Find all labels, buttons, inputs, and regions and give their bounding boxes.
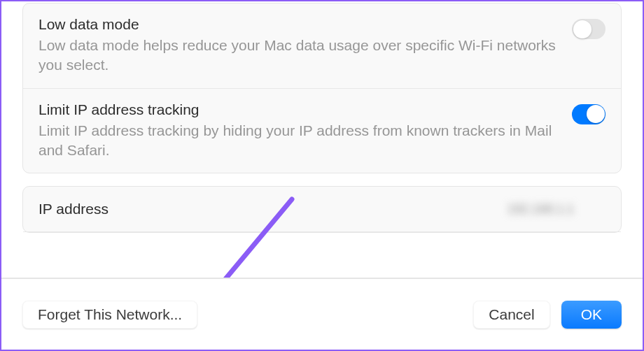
low-data-mode-row: Low data mode Low data mode helps reduce… xyxy=(23,3,621,88)
limit-ip-tracking-toggle[interactable] xyxy=(572,104,606,124)
low-data-mode-description: Low data mode helps reduce your Mac data… xyxy=(38,36,558,76)
limit-ip-tracking-row: Limit IP address tracking Limit IP addre… xyxy=(23,88,621,173)
row-text: Limit IP address tracking Limit IP addre… xyxy=(38,101,558,161)
settings-group: Low data mode Low data mode helps reduce… xyxy=(22,3,622,173)
ip-address-value: 192.168.1.1 xyxy=(507,202,606,216)
footer-right-buttons: Cancel OK xyxy=(473,301,622,329)
ok-button[interactable]: OK xyxy=(561,301,622,329)
forget-network-button[interactable]: Forget This Network... xyxy=(22,301,197,329)
toggle-knob xyxy=(573,20,592,38)
toggle-knob xyxy=(587,105,605,123)
low-data-mode-title: Low data mode xyxy=(38,16,558,33)
ip-group: IP address 192.168.1.1 xyxy=(22,186,622,233)
cancel-button[interactable]: Cancel xyxy=(473,301,550,329)
settings-content: Low data mode Low data mode helps reduce… xyxy=(1,1,643,278)
low-data-mode-toggle[interactable] xyxy=(572,19,606,39)
dialog-footer: Forget This Network... Cancel OK xyxy=(1,278,643,350)
limit-ip-tracking-description: Limit IP address tracking by hiding your… xyxy=(38,121,558,161)
limit-ip-tracking-title: Limit IP address tracking xyxy=(38,101,558,118)
ip-address-label: IP address xyxy=(38,201,108,217)
ip-address-row: IP address 192.168.1.1 xyxy=(23,187,621,232)
row-text: Low data mode Low data mode helps reduce… xyxy=(38,16,558,76)
